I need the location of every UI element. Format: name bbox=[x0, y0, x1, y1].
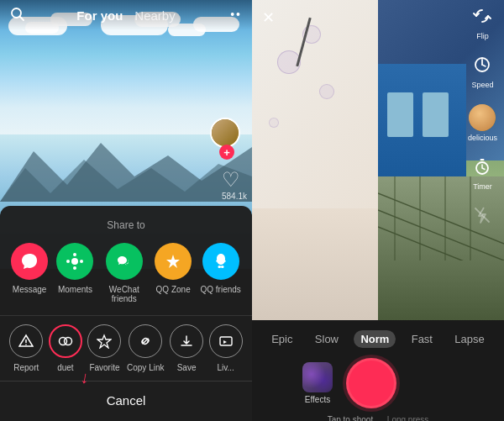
svg-rect-29 bbox=[480, 159, 485, 161]
svg-point-5 bbox=[73, 253, 76, 256]
svg-marker-9 bbox=[166, 255, 180, 268]
qqfriends-label: QQ friends bbox=[200, 285, 240, 294]
nearby-tab[interactable]: Nearby bbox=[134, 8, 175, 23]
lapse-tab[interactable]: Lapse bbox=[448, 330, 491, 348]
left-panel: For you Nearby •• bbox=[0, 0, 252, 421]
svg-rect-19 bbox=[220, 337, 232, 345]
right-panel: ✕ Flip Speed bbox=[252, 0, 504, 421]
save-item[interactable]: Save bbox=[170, 324, 203, 372]
effects-label: Effects bbox=[305, 395, 330, 404]
live-icon bbox=[209, 324, 243, 358]
share-wechat[interactable]: WeChat friends bbox=[102, 243, 146, 303]
flip-icon bbox=[473, 7, 491, 29]
svg-point-17 bbox=[64, 338, 71, 345]
beauty-filter-button[interactable]: delicious bbox=[468, 104, 497, 142]
copy-link-item[interactable]: Copy Link bbox=[127, 324, 164, 372]
moments-circle bbox=[56, 243, 93, 280]
svg-line-1 bbox=[20, 17, 24, 21]
share-icons-primary: Message Moments bbox=[0, 243, 252, 303]
share-qqzone[interactable]: QQ Zone bbox=[155, 243, 192, 303]
bubble-4 bbox=[269, 118, 279, 128]
duet-icon bbox=[49, 324, 82, 358]
timer-icon bbox=[473, 157, 491, 180]
moments-label: Moments bbox=[58, 285, 92, 294]
qqzone-circle bbox=[155, 243, 192, 280]
creator-avatar[interactable] bbox=[210, 118, 240, 148]
svg-point-8 bbox=[80, 260, 83, 263]
save-icon bbox=[170, 324, 203, 358]
share-moments[interactable]: Moments bbox=[56, 243, 93, 303]
for-you-tab[interactable]: For you bbox=[76, 8, 123, 23]
norm-tab[interactable]: Norm bbox=[354, 330, 396, 348]
camera-controls-sidebar: Flip Speed delicious bbox=[468, 7, 497, 229]
epic-tab[interactable]: Epic bbox=[265, 330, 299, 348]
favorite-item[interactable]: Favorite bbox=[87, 324, 121, 372]
svg-point-15 bbox=[25, 344, 27, 345]
bubble-2 bbox=[319, 84, 334, 99]
qqzone-label: QQ Zone bbox=[156, 285, 191, 294]
favorite-label: Favorite bbox=[89, 363, 119, 372]
report-label: Report bbox=[13, 363, 39, 372]
wechat-circle bbox=[106, 243, 143, 280]
save-label: Save bbox=[177, 363, 197, 372]
svg-line-22 bbox=[378, 227, 504, 260]
like-icon[interactable]: ♡ bbox=[222, 168, 240, 192]
record-button[interactable] bbox=[346, 358, 396, 408]
shoot-hint: Tap to shoot Long press bbox=[252, 412, 504, 421]
effects-thumbnail bbox=[302, 362, 333, 392]
svg-point-4 bbox=[71, 258, 78, 265]
share-sheet: Share to Message bbox=[0, 206, 252, 421]
camera-preview bbox=[252, 0, 504, 320]
beauty-avatar bbox=[469, 104, 496, 131]
left-header: For you Nearby •• bbox=[0, 0, 252, 30]
timer-label: Timer bbox=[473, 182, 492, 191]
beauty-label: delicious bbox=[468, 134, 497, 142]
duet-item[interactable]: duet ↓ bbox=[49, 324, 82, 372]
flip-label: Flip bbox=[476, 32, 489, 40]
speed-icon bbox=[473, 55, 491, 78]
record-controls: Effects bbox=[252, 355, 504, 412]
close-button[interactable]: ✕ bbox=[262, 8, 275, 27]
speed-mode-tabs: Epic Slow Norm Fast Lapse bbox=[252, 320, 504, 355]
svg-point-7 bbox=[66, 260, 70, 263]
report-item[interactable]: Report bbox=[9, 324, 43, 372]
live-label: Liv... bbox=[217, 363, 234, 372]
svg-rect-12 bbox=[218, 266, 223, 268]
speed-label: Speed bbox=[471, 81, 493, 89]
flip-camera-button[interactable]: Flip bbox=[473, 7, 491, 40]
share-message[interactable]: Message bbox=[11, 243, 48, 303]
like-count: 584.1k bbox=[222, 192, 247, 201]
more-options-icon[interactable]: •• bbox=[230, 8, 242, 21]
flash-button[interactable] bbox=[473, 206, 491, 229]
svg-point-6 bbox=[73, 266, 76, 270]
nav-tabs: For you Nearby bbox=[76, 8, 175, 23]
tap-to-shoot-label: Tap to shoot bbox=[328, 415, 373, 421]
share-title: Share to bbox=[0, 219, 252, 231]
search-icon[interactable] bbox=[10, 7, 25, 25]
table-surface bbox=[252, 208, 378, 320]
long-press-label: Long press bbox=[387, 415, 428, 421]
copy-link-icon bbox=[129, 324, 162, 358]
report-icon bbox=[9, 324, 43, 358]
duet-label: duet bbox=[57, 363, 73, 372]
timer-button[interactable]: Timer bbox=[473, 157, 492, 191]
speed-button[interactable]: Speed bbox=[471, 55, 493, 89]
left-camera-half bbox=[252, 0, 378, 320]
flash-icon bbox=[473, 206, 491, 229]
qqfriends-circle bbox=[202, 243, 239, 280]
copy-link-label: Copy Link bbox=[127, 363, 164, 372]
cancel-button[interactable]: Cancel bbox=[0, 381, 252, 421]
wechat-label: WeChat friends bbox=[102, 285, 146, 303]
slow-tab[interactable]: Slow bbox=[308, 330, 345, 348]
share-icons-secondary: Report duet ↓ Favori bbox=[0, 315, 252, 372]
live-item[interactable]: Liv... bbox=[209, 324, 243, 372]
fast-tab[interactable]: Fast bbox=[405, 330, 439, 348]
share-qqfriends[interactable]: QQ friends bbox=[200, 243, 240, 303]
camera-bottom-bar: Epic Slow Norm Fast Lapse Effects Tap to… bbox=[252, 320, 504, 421]
svg-marker-18 bbox=[97, 335, 111, 348]
train-body bbox=[378, 64, 466, 176]
message-circle bbox=[11, 243, 48, 280]
effects-button[interactable]: Effects bbox=[302, 362, 333, 404]
follow-button[interactable]: + bbox=[219, 145, 234, 160]
message-label: Message bbox=[13, 285, 47, 294]
